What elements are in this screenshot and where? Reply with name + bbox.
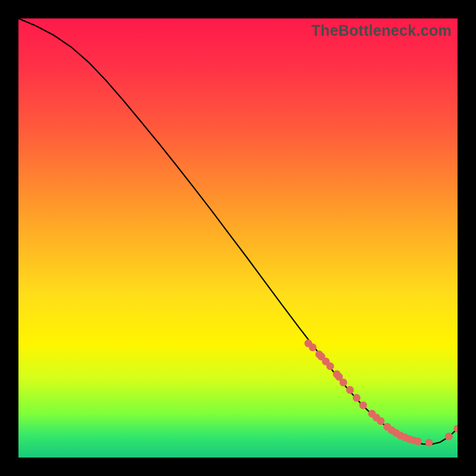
data-dot bbox=[340, 378, 347, 386]
data-dot bbox=[309, 343, 317, 351]
data-dot bbox=[346, 386, 354, 394]
plot-area: TheBottleneck.com bbox=[18, 18, 458, 458]
data-dot bbox=[377, 417, 384, 425]
chart-container: TheBottleneck.com bbox=[0, 0, 476, 476]
data-dot bbox=[425, 439, 433, 446]
data-dot bbox=[445, 433, 453, 440]
data-dots bbox=[305, 340, 458, 447]
curve-line bbox=[18, 18, 458, 444]
data-dot bbox=[327, 362, 334, 370]
curve-path bbox=[18, 18, 458, 444]
data-dot bbox=[353, 394, 361, 402]
data-dot bbox=[414, 437, 422, 445]
chart-svg bbox=[18, 18, 458, 458]
data-dot bbox=[359, 402, 367, 409]
